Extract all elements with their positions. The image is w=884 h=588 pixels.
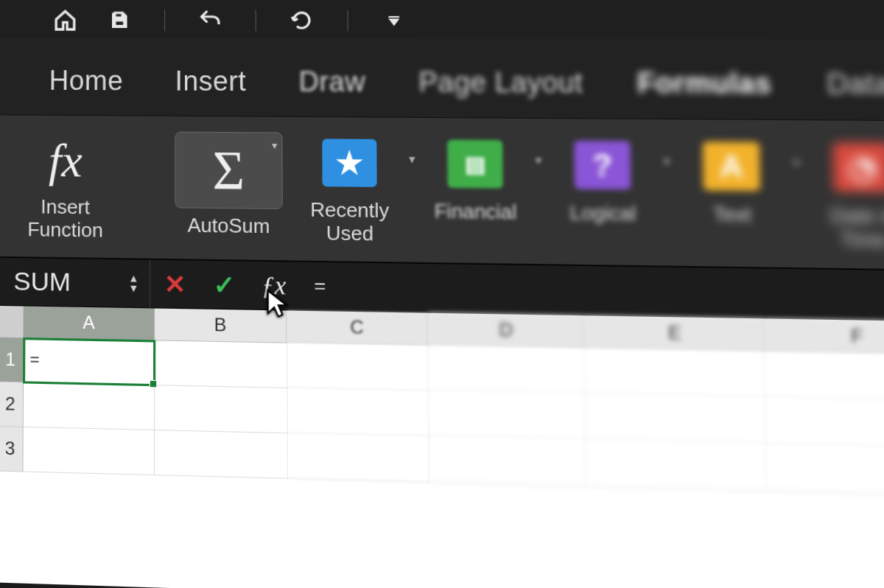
ribbon-formulas: fx InsertFunction Σ ▾ AutoSum ★ Recently… [0, 114, 884, 270]
cell-c2[interactable] [287, 388, 429, 437]
logical-button[interactable]: ? Logical [562, 133, 643, 227]
chevron-down-icon[interactable]: ▾ [272, 139, 277, 152]
spreadsheet-grid: A B C D E F 1 = 2 3 [0, 306, 884, 588]
logical-label: Logical [569, 202, 636, 226]
name-box-value: SUM [13, 267, 71, 298]
cell-f1[interactable] [766, 352, 884, 402]
insert-function-button[interactable]: fx InsertFunction [13, 129, 119, 244]
insert-function-label: InsertFunction [27, 196, 103, 242]
recently-used-button[interactable]: ★ RecentlyUsed [310, 131, 389, 248]
row-header-3[interactable]: 3 [0, 427, 24, 472]
tab-draw[interactable]: Draw [295, 61, 368, 106]
fx-icon: fx [32, 130, 100, 190]
quick-access-toolbar [0, 0, 884, 40]
cancel-button[interactable]: ✕ [150, 259, 200, 308]
logical-icon: ? [566, 134, 639, 196]
chevron-down-icon[interactable]: ▾ [409, 132, 415, 167]
divider [256, 10, 256, 31]
divider [347, 10, 348, 31]
ribbon-tabs: Home Insert Draw Page Layout Formulas Da… [0, 38, 884, 120]
row-header-1[interactable]: 1 [0, 337, 24, 382]
name-box[interactable]: SUM ▲▼ [0, 258, 150, 308]
cell-a1[interactable]: = [24, 338, 155, 385]
column-header-e[interactable]: E [585, 315, 766, 351]
tab-data[interactable]: Data [824, 63, 884, 109]
column-header-d[interactable]: D [428, 312, 585, 349]
cell-a2[interactable] [24, 382, 155, 430]
column-header-f[interactable]: F [765, 318, 884, 355]
cell-a3[interactable] [23, 427, 154, 475]
customize-dropdown-icon[interactable] [381, 7, 407, 33]
stepper-arrows-icon[interactable]: ▲▼ [128, 274, 138, 293]
enter-button[interactable]: ✓ [200, 260, 249, 309]
chevron-down-icon[interactable]: ▾ [793, 134, 800, 169]
text-label: Text [712, 203, 751, 228]
cell-d2[interactable] [429, 391, 586, 441]
divider [164, 10, 165, 31]
autosum-label: AutoSum [188, 214, 270, 239]
text-icon: A [695, 136, 768, 197]
select-all-corner[interactable] [0, 306, 24, 338]
home-icon[interactable] [52, 7, 78, 33]
financial-icon: ▤ [439, 133, 511, 195]
redo-icon[interactable] [289, 7, 315, 33]
tab-formulas[interactable]: Formulas [634, 62, 775, 108]
chevron-down-icon[interactable]: ▾ [663, 133, 670, 169]
cell-b1[interactable] [155, 340, 287, 388]
date-time-label: Date &Time [830, 204, 884, 253]
save-icon[interactable] [107, 7, 133, 33]
formula-input[interactable]: = [298, 274, 884, 309]
sigma-icon: Σ ▾ [175, 132, 282, 209]
cell-f3[interactable] [768, 444, 884, 496]
clock-icon: ◔ [825, 136, 884, 199]
fx-icon[interactable]: ƒx [249, 261, 299, 309]
recently-used-label: RecentlyUsed [310, 199, 389, 246]
cell-d1[interactable] [429, 346, 586, 394]
text-button[interactable]: A Text [690, 133, 773, 228]
tab-page-layout[interactable]: Page Layout [415, 61, 586, 107]
cell-d3[interactable] [429, 437, 587, 487]
financial-button[interactable]: ▤ Financial [435, 132, 515, 226]
cell-b3[interactable] [155, 430, 288, 479]
autosum-button[interactable]: Σ ▾ AutoSum [167, 130, 290, 239]
cell-b2[interactable] [155, 385, 288, 433]
cell-c3[interactable] [287, 433, 429, 482]
cell-e1[interactable] [586, 349, 767, 398]
row-header-2[interactable]: 2 [0, 382, 24, 427]
cell-e2[interactable] [586, 394, 768, 444]
column-header-a[interactable]: A [24, 306, 155, 340]
financial-label: Financial [434, 200, 516, 225]
cell-f2[interactable] [767, 398, 884, 449]
tab-home[interactable]: Home [46, 60, 126, 105]
cell-e3[interactable] [586, 441, 768, 491]
column-header-b[interactable]: B [155, 308, 287, 343]
star-icon: ★ [315, 133, 385, 194]
cell-c1[interactable] [287, 343, 429, 391]
undo-icon[interactable] [197, 7, 223, 33]
svg-rect-0 [115, 13, 122, 17]
column-header-c[interactable]: C [287, 310, 429, 346]
tab-insert[interactable]: Insert [172, 60, 249, 105]
svg-rect-1 [115, 21, 124, 27]
chevron-down-icon[interactable]: ▾ [535, 133, 541, 168]
date-time-button[interactable]: ◔ Date &Time [821, 135, 884, 255]
